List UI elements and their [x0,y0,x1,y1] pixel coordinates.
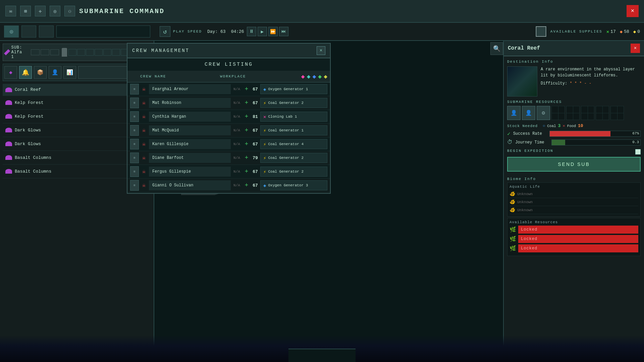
supply-yellow-icon: ◆ [633,29,636,35]
app-close-button[interactable]: × [627,5,639,17]
table-row[interactable]: ≡ ☠ Fergus Gillespie N/A + 67 ⚡ Coal Gen… [127,165,330,179]
compass-nav-button[interactable]: ◎ [4,25,19,38]
journey-time-fill [552,140,565,145]
crew-na-1: N/A [231,101,243,105]
stock-count-1: 3 [558,123,561,128]
people-icon[interactable]: ⚇ [64,6,75,16]
crew-dialog-close-button[interactable]: × [317,46,325,55]
workplace-cell-5[interactable]: ⚡ Coal Generator 2 [260,153,327,163]
workplace-cell-2[interactable]: ✕ Cloning Lab 1 [260,112,327,122]
crew-bar-6 [112,49,120,56]
location-icon-kelp2 [5,114,12,119]
location-name-6: Basalt Columns [15,169,132,174]
crew-scroll-area[interactable]: ≡ ☠ Fearghal Armour N/A + 67 ◈ Oxygen Ge… [127,82,330,193]
table-row[interactable]: ≡ ☠ Cynthia Hargan N/A + 81 ✕ Cloning La… [127,110,330,124]
destination-info-row: A rare environment in the abyssal layer … [507,66,641,97]
crew-skull-1: ☠ [140,99,148,107]
stock-resource-2: Food [567,124,576,128]
title-bar: ✉ ⊞ ✛ ◎ ⚇ SUBMARINE COMMAND × [0,0,644,23]
workplace-cell-1[interactable]: ⚡ Coal Generator 2 [260,98,327,108]
mail-icon[interactable]: ✉ [5,6,16,16]
crew-bar-4 [95,49,103,56]
table-row[interactable]: ≡ ☠ Bekah McQuaid N/A + 91 ⚡ Coal Extrac… [127,192,330,193]
location-icon-basalt2 [5,169,12,174]
crew-plus-3: + [243,127,250,134]
supplies-label: AVAILABLE SUPPLIES [550,29,602,34]
begin-expedition-row: Begin Expedition [507,149,641,155]
sub-resources-row: 👤 👤 ⚙ [507,106,641,120]
col-workplace-header: WORKPLACE [220,74,287,78]
res-box-1: 👤 [507,106,521,120]
res-icon-1: 👤 [511,110,517,116]
supply-green-count: 17 [610,29,616,34]
crew-score-7: 67 [250,183,260,188]
nav-diamond-btn[interactable]: ◆ [4,66,17,79]
crew-score-3: 67 [250,128,260,133]
person-icon [62,48,67,57]
play-button[interactable]: ▶ [258,27,267,36]
workplace-name-7: Oxygen Generator 3 [268,183,308,187]
cursor-icon[interactable]: ✛ [35,6,46,16]
crew-row-icon-0: ≡ [130,84,139,95]
avail-res-item-2: 🌿 Locked [509,244,638,252]
table-row[interactable]: ≡ ☠ Mat Robinson N/A + 67 ⚡ Coal Generat… [127,96,330,110]
workplace-cell-4[interactable]: ⚡ Coal Generator 4 [260,139,327,149]
nav-btn-1[interactable] [21,25,36,38]
bottom-decoration [0,335,644,362]
success-rate-bar: 67% [549,131,641,137]
locked-bar-2: Locked [518,244,638,252]
search-button[interactable]: 🔍 [490,42,503,55]
journey-time-value: 0.3 [632,140,639,144]
table-row[interactable]: ≡ ☠ Gianni O Sullivan N/A + 67 ◈ Oxygen … [127,179,330,192]
table-row[interactable]: ≡ ☠ Diane Barfoot N/A + 79 ⚡ Coal Genera… [127,151,330,165]
workplace-cell-0[interactable]: ◈ Oxygen Generator 1 [260,84,327,94]
table-row[interactable]: ≡ ☠ Karen Gillespie N/A + 67 ⚡ Coal Gene… [127,137,330,151]
res-box-8 [610,106,624,120]
workplace-name-0: Oxygen Generator 1 [268,87,308,91]
biome-info-section: Biome Info Aquatic Life 🐠 Unknown 🐠 Unkn… [507,177,641,256]
crew-listing-title: CREW LISTING [127,58,330,71]
col-stats-header: ◆ ◆ ◆ ◆ ◆ [287,73,327,80]
nav-sub-btn[interactable]: 🔔 [19,66,32,79]
nav-chart-btn[interactable]: 📊 [63,66,76,79]
crew-dialog-header: CREW MANAGEMENT × [127,44,330,58]
destination-image [507,67,537,96]
avail-res-icon-2: 🌿 [509,245,516,252]
crew-skull-4: ☠ [140,140,148,148]
table-row[interactable]: ≡ ☠ Mat McQuaid N/A + 67 ⚡ Coal Generato… [127,124,330,137]
locked-label-1: Locked [521,237,537,241]
skip-button[interactable]: ⏭ [279,27,288,36]
table-row[interactable]: ≡ ☠ Fearghal Armour N/A + 67 ◈ Oxygen Ge… [127,82,330,96]
journey-time-label: Journey Time [515,140,549,145]
aquatic-name-2: Unknown [517,208,533,212]
sub-bar-1 [31,49,40,55]
right-panel-title: Coral Reef [508,45,540,51]
crew-row-icon-7: ≡ [130,180,139,191]
res-box-2: 👤 [522,106,535,120]
avail-res-icon-1: 🌿 [509,236,516,242]
search-input[interactable] [56,25,150,38]
crew-na-0: N/A [231,87,243,91]
destination-description: A rare environment in the abyssal layer … [541,66,641,78]
workplace-cell-7[interactable]: ◈ Oxygen Generator 3 [260,180,327,190]
workplace-name-3: Coal Generator 1 [268,128,304,132]
location-icon-kelp1 [5,100,12,105]
location-name-2: Kelp Forest [15,114,132,119]
fast-forward-button[interactable]: ⏩ [268,27,278,36]
nav-btn-2[interactable] [39,25,54,38]
send-sub-button[interactable]: SEND SUB [507,157,641,172]
workplace-icon-2: ✕ [263,114,266,120]
expedition-toggle[interactable] [635,149,641,155]
grid-icon[interactable]: ⊞ [20,6,31,16]
compass-icon[interactable]: ◎ [50,6,60,16]
workplace-cell-3[interactable]: ⚡ Coal Generator 1 [260,125,327,135]
begin-expedition-label: Begin Expedition [507,149,553,153]
nav-box-btn[interactable]: 📦 [34,66,47,79]
nav-person-btn[interactable]: 👤 [49,66,61,79]
pause-button[interactable]: ⏸ [247,27,256,36]
right-panel-close-button[interactable]: × [631,44,640,53]
play-buttons: ⏸ ▶ ⏩ ⏭ [247,27,288,36]
crew-row-icon-3: ≡ [130,125,139,136]
workplace-cell-6[interactable]: ⚡ Coal Generator 2 [260,167,327,177]
aquatic-icon-0: 🐠 [509,191,515,197]
